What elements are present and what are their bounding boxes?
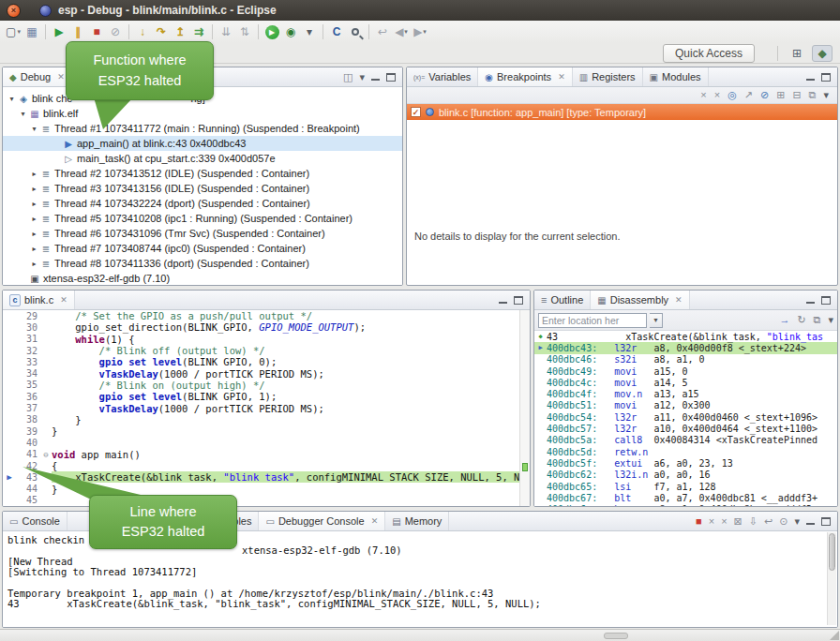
tab-breakpoints[interactable]: ◉Breakpoints✕	[478, 67, 572, 86]
disassembly-row[interactable]: 400dbc5f: extui a6, a0, 23, 13	[534, 457, 837, 469]
show-breakpoints-supported-icon[interactable]: ◎	[728, 90, 737, 100]
collapse-all-icon[interactable]: ⊟	[792, 90, 801, 100]
disassembly-row[interactable]: 400dbc57: l32r a10, 0x400d0464 <_stext+1…	[534, 423, 837, 434]
expand-arrow-icon[interactable]: ▸	[29, 245, 39, 253]
disassembly-row[interactable]: 400dbc5d: retw.n	[534, 446, 837, 457]
tab-memory[interactable]: ▤Memory	[385, 512, 449, 530]
remove-breakpoint-icon[interactable]: ×	[700, 90, 706, 100]
tab-modules[interactable]: ▣Modules	[643, 67, 709, 86]
debug-perspective-icon[interactable]: ◆	[812, 45, 832, 62]
disconnect-icon[interactable]: ⊘	[106, 22, 125, 41]
save-icon[interactable]: ▦	[22, 22, 41, 41]
fold-marker-icon[interactable]: ⊖	[40, 450, 52, 459]
back-icon[interactable]: ◀▾	[392, 22, 411, 41]
word-wrap-icon[interactable]: ↩	[764, 516, 772, 527]
editor-line[interactable]: 34 vTaskDelay(1000 / portTICK_PERIOD_MS)…	[3, 367, 519, 379]
tab-close-icon[interactable]: ✕	[57, 72, 65, 82]
remove-launch-icon[interactable]: ×	[709, 516, 714, 527]
last-edit-location-icon[interactable]: ↩	[373, 22, 392, 41]
disassembly-row[interactable]: 400dbc49: movi a15, 0	[534, 365, 837, 377]
run-config-dropdown-icon[interactable]: ▾	[300, 22, 319, 41]
location-combo-dropdown-icon[interactable]: ▼	[650, 313, 663, 328]
maximize-icon[interactable]	[514, 296, 523, 305]
maximize-icon[interactable]	[821, 296, 831, 305]
scroll-lock-icon[interactable]: ⇩	[749, 516, 758, 527]
editor-line[interactable]: 41⊖void app_main()	[3, 449, 519, 460]
remove-all-breakpoints-icon[interactable]: ×	[714, 90, 720, 100]
view-menu-icon[interactable]: ▾	[359, 72, 365, 82]
console-dropdown-icon[interactable]: ▾	[794, 516, 800, 527]
minimize-icon[interactable]	[806, 73, 815, 82]
debug-tree-item[interactable]: ▸≣Thread #3 1073413156 (IDLE) (Suspended…	[3, 181, 402, 196]
sash-grip[interactable]	[604, 633, 628, 639]
location-combo[interactable]: Enter location her	[538, 313, 647, 328]
maximize-icon[interactable]	[821, 73, 831, 82]
expand-arrow-icon[interactable]: ▸	[29, 260, 39, 268]
disassembly-row[interactable]: ◆43 xTaskCreate(&blink_task, "blink_tas	[534, 331, 837, 342]
expand-arrow-icon[interactable]: ▸	[29, 170, 39, 178]
tab-variables[interactable]: (x)=Variables	[407, 67, 478, 86]
new-c-file-icon[interactable]: C	[327, 22, 346, 41]
debug-icon[interactable]: ◉	[281, 22, 300, 41]
disassembly-row[interactable]: 400dbc62: l32i.n a0, a0, 16	[534, 470, 837, 481]
terminate-icon[interactable]: ■	[696, 516, 702, 527]
disassembly-row[interactable]: ▶400dbc43: l32r a8, 0x400d00f8 <_stext+2…	[534, 342, 837, 353]
tab-registers[interactable]: ▥Registers	[573, 67, 643, 86]
go-to-file-icon[interactable]: ↗	[744, 90, 753, 100]
maximize-icon[interactable]	[821, 517, 831, 526]
editor-line[interactable]: 30 gpio_set_direction(BLINK_GPIO, GPIO_M…	[3, 321, 519, 333]
editor-line[interactable]: 38 }	[3, 414, 519, 425]
debug-tree-item[interactable]: ▾▦blink.elf	[3, 106, 402, 121]
editor-line[interactable]: 31 while(1) {	[3, 334, 519, 345]
tab-debugger-console[interactable]: ▭Debugger Console✕	[259, 512, 385, 530]
editor-line[interactable]: 39}	[3, 425, 519, 437]
tab-close-icon[interactable]: ✕	[60, 295, 68, 305]
remove-all-launches-icon[interactable]: ×	[721, 516, 727, 527]
editor-line[interactable]: 40	[3, 437, 519, 448]
search-icon[interactable]	[346, 22, 365, 41]
expand-arrow-icon[interactable]: ▸	[29, 200, 39, 208]
editor-line[interactable]: 36 gpio_set_level(BLINK_GPIO, 1);	[3, 391, 519, 402]
scrollbar-thumb[interactable]	[829, 533, 835, 571]
link-with-active-debug-icon[interactable]: ⧉	[814, 315, 821, 325]
debug-tree-item[interactable]: ▸≣Thread #6 1073431096 (Tmr Svc) (Suspen…	[3, 226, 402, 241]
disassembly-row[interactable]: 400dbc65: lsi f7, a1, 128	[534, 481, 837, 492]
editor-line[interactable]: 32 /* Blink off (output low) */	[3, 345, 519, 356]
refresh-icon[interactable]: ↻	[797, 315, 805, 325]
resume-icon[interactable]: ▶	[50, 22, 68, 41]
forward-icon[interactable]: ▶▾	[411, 22, 429, 41]
expand-arrow-icon[interactable]: ▸	[29, 215, 39, 223]
expand-arrow-icon[interactable]: ▸	[29, 185, 39, 193]
expand-all-icon[interactable]: ⊞	[776, 90, 785, 100]
console-scrollbar[interactable]	[827, 532, 836, 625]
new-wizard-icon[interactable]: ▢▾	[4, 22, 22, 41]
step-return-icon[interactable]: ↥	[171, 22, 189, 41]
disassembly-row[interactable]: 400dbc4f: mov.n a13, a15	[534, 388, 837, 399]
maximize-icon[interactable]	[386, 73, 396, 82]
debug-tree-item[interactable]: ▸≣Thread #8 1073411336 (dport) (Suspende…	[3, 256, 402, 271]
disassembly-row[interactable]: 400dbc4c: movi a14, 5	[534, 377, 837, 388]
pin-console-icon[interactable]: ⊙	[779, 516, 788, 527]
disassembly-row[interactable]: 400dbc67: blt a0, a7, 0x400dbc81 <__addd…	[534, 492, 837, 503]
debug-tree-item[interactable]: ▸≣Thread #5 1073410208 (ipc1 : Running) …	[3, 211, 402, 226]
quick-access-button[interactable]: Quick Access	[663, 44, 755, 63]
debug-tree-item[interactable]: ▾≣Thread #1 1073411772 (main : Running) …	[3, 121, 402, 136]
expand-arrow-icon[interactable]: ▾	[18, 110, 28, 118]
view-menu-icon[interactable]: ▾	[828, 315, 833, 325]
expand-arrow-icon[interactable]: ▸	[29, 230, 39, 238]
instruction-stepping-icon[interactable]: ⇉	[189, 22, 208, 41]
debug-tree-item[interactable]: ▶app_main() at blink.c:43 0x400dbc43	[3, 136, 402, 151]
clear-console-icon[interactable]: ⊠	[734, 516, 742, 527]
disassembly-row[interactable]: 400dbc54: l32r a11, 0x400d0460 <_stext+1…	[534, 411, 837, 423]
window-close-button[interactable]: ×	[7, 4, 21, 18]
editor-line[interactable]: 33 gpio_set_level(BLINK_GPIO, 0);	[3, 356, 519, 367]
link-with-debug-icon[interactable]: ⧉	[809, 90, 817, 100]
debug-tree-item[interactable]: ▣xtensa-esp32-elf-gdb (7.10)	[3, 271, 402, 285]
open-perspective-icon[interactable]: ⊞	[787, 45, 807, 62]
view-layout-icon[interactable]: ◫	[343, 72, 352, 82]
terminate-icon[interactable]: ■	[87, 22, 106, 41]
disassembly-row[interactable]: 400dbc6a: bnone a8, a1, 0x400dbc8b <__ad…	[534, 503, 837, 506]
debug-tree-item[interactable]: ▸≣Thread #4 1073432224 (dport) (Suspende…	[3, 196, 402, 211]
debug-tree-item[interactable]: ▸≣Thread #2 1073413512 (IDLE) (Suspended…	[3, 166, 402, 181]
use-step-filters-icon[interactable]: ⇅	[235, 22, 254, 41]
